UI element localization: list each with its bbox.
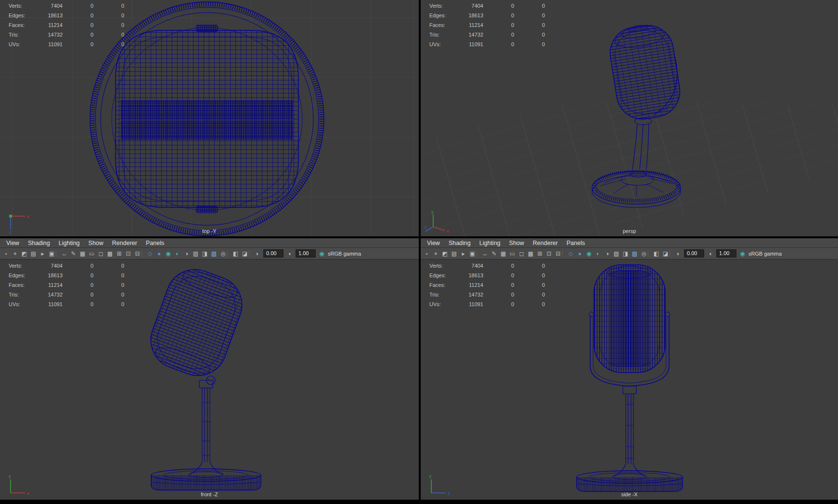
viewport-panel-top[interactable]: Verts: 7404 0 0 Edges: 18613 0 0 Faces: xyxy=(0,0,419,236)
hud-row-edges: Edges: 18613 0 0 xyxy=(0,271,124,280)
menu-lighting[interactable]: Lighting xyxy=(475,240,505,246)
textured-icon[interactable]: ◉ xyxy=(164,249,173,258)
film-gate-icon[interactable]: ▭ xyxy=(87,249,96,258)
film-gate-icon[interactable]: ▭ xyxy=(508,249,517,258)
grid-icon[interactable]: ▦ xyxy=(78,249,87,258)
safe-action-icon[interactable]: ⊡ xyxy=(544,249,554,258)
hud-row-edges: Edges: 18613 0 0 xyxy=(421,271,545,280)
menu-shading[interactable]: Shading xyxy=(444,240,475,246)
screen-space-ao-icon[interactable]: ▨ xyxy=(612,249,621,258)
depth-of-field-icon[interactable]: ◎ xyxy=(639,249,648,258)
safe-title-icon[interactable]: ⊟ xyxy=(133,249,142,258)
exposure-icon[interactable]: ◗ xyxy=(673,249,683,258)
xray-icon[interactable]: ◪ xyxy=(661,249,670,258)
safe-title-icon[interactable]: ⊟ xyxy=(554,249,563,258)
hud-stat-label: Edges: xyxy=(421,13,459,18)
camera-lock-icon[interactable]: ◩ xyxy=(20,249,29,258)
grid-icon[interactable]: ▦ xyxy=(499,249,508,258)
colorspace-label[interactable]: sRGB gamma xyxy=(328,251,361,257)
menu-view[interactable]: View xyxy=(2,240,24,246)
gate-mask-icon[interactable]: ▩ xyxy=(526,249,535,258)
motion-blur-icon[interactable]: ◨ xyxy=(621,249,630,258)
viewport-persp[interactable]: Verts: 7404 0 0 Edges: 18613 0 0 Faces: xyxy=(421,0,838,236)
viewport-panel-front[interactable]: View Shading Lighting Show Renderer Pane… xyxy=(0,238,419,500)
hud-stat-value-2: 0 xyxy=(483,282,514,288)
menu-shading[interactable]: Shading xyxy=(24,240,54,246)
shadows-icon[interactable]: ◑ xyxy=(182,249,191,258)
camera-attributes-icon[interactable]: ▤ xyxy=(450,249,459,258)
hud-stat-value-3: 0 xyxy=(93,282,124,288)
screen-space-ao-icon[interactable]: ▨ xyxy=(191,249,200,258)
xray-icon[interactable]: ◪ xyxy=(240,249,249,258)
hud-stat-value-2: 0 xyxy=(63,3,93,9)
field-chart-icon[interactable]: ⊞ xyxy=(535,249,544,258)
safe-action-icon[interactable]: ⊡ xyxy=(124,249,133,258)
viewport-front[interactable]: Verts: 7404 0 0 Edges: 18613 0 0 Faces: xyxy=(0,260,419,500)
wireframe-icon[interactable]: ◇ xyxy=(566,249,575,258)
shaded-icon[interactable]: ● xyxy=(155,249,164,258)
gamma-field[interactable]: 1.00 xyxy=(716,249,736,258)
menu-renderer[interactable]: Renderer xyxy=(108,240,142,246)
resolution-gate-icon[interactable]: ◻ xyxy=(96,249,105,258)
depth-of-field-icon[interactable]: ◎ xyxy=(219,249,228,258)
panel-toolbar: ▪ ⌖ ◩ ▤ ▸ ▣ ▏ ↔ ✎ ▦ xyxy=(421,248,838,259)
use-all-lights-icon[interactable]: ◐ xyxy=(593,249,603,258)
resolution-gate-icon[interactable]: ◻ xyxy=(517,249,526,258)
image-plane-icon[interactable]: ▣ xyxy=(47,249,56,258)
hud-stat-label: Edges: xyxy=(421,272,459,278)
wireframe-icon[interactable]: ◇ xyxy=(145,249,155,258)
menu-view[interactable]: View xyxy=(423,240,444,246)
isolate-select-icon[interactable]: ◧ xyxy=(231,249,240,258)
image-plane-icon[interactable]: ▣ xyxy=(468,249,477,258)
menu-panels[interactable]: Panels xyxy=(562,240,589,246)
textured-icon[interactable]: ◉ xyxy=(584,249,593,258)
hud-stat-value: 14732 xyxy=(459,292,483,297)
gamma-icon[interactable]: ◖ xyxy=(285,249,294,258)
wireframe-mic-persp-view xyxy=(592,21,683,207)
hud-stat-value-3: 0 xyxy=(514,32,545,38)
multisample-icon[interactable]: ▧ xyxy=(630,249,639,258)
exposure-field[interactable]: 0.00 xyxy=(684,249,704,258)
shadows-icon[interactable]: ◑ xyxy=(603,249,612,258)
poly-count-hud: Verts: 7404 0 0 Edges: 18613 0 0 Faces: xyxy=(0,261,124,309)
exposure-field[interactable]: 0.00 xyxy=(263,249,284,258)
panel-pin-icon[interactable]: ▪ xyxy=(422,249,431,258)
gamma-field[interactable]: 1.00 xyxy=(296,249,316,258)
menu-show[interactable]: Show xyxy=(84,240,108,246)
colorspace-icon[interactable]: ◉ xyxy=(738,249,747,258)
colorspace-icon[interactable]: ◉ xyxy=(317,249,326,258)
camera-attributes-icon[interactable]: ▤ xyxy=(29,249,38,258)
camera-lock-icon[interactable]: ◩ xyxy=(440,249,450,258)
menu-lighting[interactable]: Lighting xyxy=(54,240,84,246)
two-d-pan-zoom-icon[interactable]: ↔ xyxy=(480,249,490,258)
grease-pencil-icon[interactable]: ✎ xyxy=(69,249,78,258)
panel-pin-icon[interactable]: ▪ xyxy=(1,249,11,258)
hud-stat-value-3: 0 xyxy=(93,292,124,297)
grease-pencil-icon[interactable]: ✎ xyxy=(490,249,499,258)
camera-select-icon[interactable]: ⌖ xyxy=(11,249,20,258)
use-all-lights-icon[interactable]: ◐ xyxy=(173,249,182,258)
menu-show[interactable]: Show xyxy=(505,240,529,246)
gamma-icon[interactable]: ◖ xyxy=(706,249,715,258)
camera-select-icon[interactable]: ⌖ xyxy=(431,249,440,258)
colorspace-label[interactable]: sRGB gamma xyxy=(748,251,782,257)
gate-mask-icon[interactable]: ▩ xyxy=(105,249,115,258)
motion-blur-icon[interactable]: ◨ xyxy=(200,249,209,258)
viewport-side[interactable]: Verts: 7404 0 0 Edges: 18613 0 0 Faces: xyxy=(421,260,838,500)
viewport-panel-side[interactable]: View Shading Lighting Show Renderer Pane… xyxy=(421,238,838,500)
field-chart-icon[interactable]: ⊞ xyxy=(115,249,124,258)
bookmarks-icon[interactable]: ▸ xyxy=(38,249,47,258)
isolate-select-icon[interactable]: ◧ xyxy=(652,249,661,258)
viewport-top[interactable]: Verts: 7404 0 0 Edges: 18613 0 0 Faces: xyxy=(0,0,419,236)
menu-renderer[interactable]: Renderer xyxy=(529,240,562,246)
shaded-icon[interactable]: ● xyxy=(575,249,584,258)
hud-stat-value: 18613 xyxy=(39,272,63,278)
bookmarks-icon[interactable]: ▸ xyxy=(459,249,468,258)
exposure-icon[interactable]: ◗ xyxy=(253,249,262,258)
two-d-pan-zoom-icon[interactable]: ↔ xyxy=(60,249,69,258)
multisample-icon[interactable]: ▧ xyxy=(209,249,219,258)
panel-toolbar: ▪ ⌖ ◩ ▤ ▸ ▣ ▏ ↔ ✎ ▦ xyxy=(0,248,419,259)
menu-panels[interactable]: Panels xyxy=(142,240,168,246)
viewport-panel-persp[interactable]: Verts: 7404 0 0 Edges: 18613 0 0 Faces: xyxy=(421,0,838,236)
hud-stat-label: Tris: xyxy=(0,32,39,38)
